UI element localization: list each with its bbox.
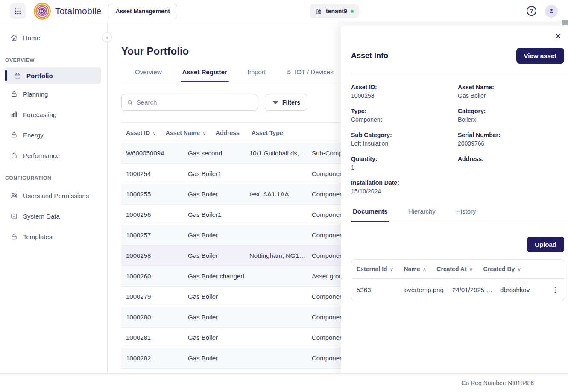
cell-asset-type: Component (307, 170, 341, 177)
vertical-scrollbar-thumb[interactable] (562, 20, 568, 25)
sidebar-item-label: Home (23, 34, 40, 41)
asset-field: Serial Number: 20009766 (458, 131, 564, 148)
Gas Boiler[interactable]: 1000255 Gas Boiler test, AA1 1AA Compone… (121, 184, 341, 205)
sort-chevron-icon: ∨ (202, 130, 206, 136)
tab-label: Asset Register (182, 68, 227, 76)
cell-asset-type: Component (307, 354, 341, 362)
asset-field: Sub Category: Loft Insulation (351, 131, 458, 148)
panel-tab-history[interactable]: History (454, 208, 478, 222)
Gas Boiler[interactable]: 1000258 Gas Boiler Nottingham, NG1… Comp… (121, 246, 341, 266)
cell-asset-name: Gas Boiler (183, 313, 245, 321)
sidebar-item-icon (10, 131, 18, 139)
filters-button[interactable]: Filters (265, 94, 307, 111)
cell-asset-id: 1000279 (121, 293, 183, 300)
table-header-row: Asset ID∨Asset Name∨AddressAsset Type (121, 123, 341, 143)
field-value: 20009766 (458, 139, 564, 148)
cell-created-at: 24/01/2025 … (447, 286, 495, 293)
close-icon[interactable]: ✕ (553, 32, 563, 41)
Gas Boiler[interactable]: 1000280 Gas Boiler Component (121, 307, 341, 328)
column-header[interactable]: Name∧ (398, 266, 431, 272)
tab-import[interactable]: Import (246, 68, 268, 82)
sidebar-item-icon (10, 192, 18, 199)
overtemp.png[interactable]: 5363 overtemp.png 24/01/2025 … dbroshkov… (351, 279, 564, 301)
tenant-selector[interactable]: tenant9 (310, 4, 359, 18)
sidebar-item-icon (14, 72, 21, 79)
Gas Boiler[interactable]: 1000281 Gas Boiler Component (121, 328, 341, 348)
asset-field: Asset ID: 1000258 (351, 83, 458, 100)
Gas Boiler[interactable]: 1000257 Gas Boiler Component (121, 225, 341, 246)
search-input[interactable] (137, 99, 252, 106)
sidebar-item-label: Users and Permissions (23, 192, 89, 199)
column-header[interactable]: Asset Type (247, 129, 290, 136)
cell-asset-id: 1000280 (121, 313, 183, 321)
tab-label: Documents (353, 208, 388, 215)
sidebar-item-energy[interactable]: Energy (0, 125, 104, 145)
cell-name: overtemp.png (399, 286, 447, 293)
cell-asset-id: 1000256 (121, 211, 183, 218)
sidebar-item-forecasting[interactable]: Forecasting (0, 104, 104, 125)
view-asset-button[interactable]: View asset (516, 48, 564, 64)
field-label: Serial Number: (458, 131, 564, 139)
cell-asset-id: 1000257 (121, 231, 183, 239)
Gas Boiler1[interactable]: 1000256 Gas Boiler1 Component (121, 205, 341, 225)
portfolio-tabs: Overview Asset Register Import IOT / D (121, 68, 341, 82)
tenant-name: tenant9 (326, 8, 347, 15)
sidebar-item-home[interactable]: Home (0, 27, 104, 48)
cell-asset-name: Gas Boiler (183, 293, 245, 300)
user-avatar[interactable] (545, 5, 558, 18)
sidebar-item-icon (10, 212, 18, 220)
Gas Boiler1[interactable]: 1000254 Gas Boiler1 Component (121, 164, 341, 184)
cell-asset-id: 1000255 (121, 190, 183, 198)
tenant-online-status-dot (351, 10, 354, 13)
cell-asset-name: Gas Boiler changed (183, 272, 245, 280)
field-value: 1000258 (351, 91, 458, 100)
column-header[interactable]: Created By∨ (478, 266, 526, 272)
cell-asset-name: Gas second (183, 149, 245, 157)
main-content: Your Portfolio Overview Asset Register (108, 22, 341, 373)
cell-asset-type: Sub-Component (307, 149, 341, 157)
tab-overview[interactable]: Overview (133, 68, 164, 82)
field-value: 15/10/2024 (351, 187, 458, 196)
sidebar-item-performance[interactable]: Performance (0, 145, 104, 166)
filters-label: Filters (282, 99, 300, 106)
asset-field: Address: (458, 155, 564, 172)
sidebar-item-portfolio[interactable]: Portfolio (5, 67, 101, 84)
app-launcher-icon[interactable] (10, 3, 26, 19)
Gas Boiler changed[interactable]: 1000260 Gas Boiler changed Asset group (121, 266, 341, 287)
column-header[interactable]: Address (211, 129, 247, 136)
help-icon[interactable]: ? (527, 6, 536, 16)
Gas Boiler[interactable]: 1000279 Gas Boiler Component (121, 287, 341, 307)
tab-iot-devices[interactable]: IOT / Devices (284, 68, 335, 82)
panel-tab-hierarchy[interactable]: Hierarchy (407, 208, 437, 222)
panel-tab-documents[interactable]: Documents (351, 208, 389, 222)
sidebar-item-icon (10, 152, 18, 159)
sidebar-item-planning[interactable]: Planning (0, 84, 104, 104)
cell-asset-name: Gas Boiler (183, 334, 245, 341)
sidebar-collapse-button[interactable]: ‹ (102, 32, 112, 42)
cell-asset-type: Component (307, 190, 341, 198)
cell-address: Nottingham, NG1… (245, 252, 307, 259)
asset-info-panel: ✕ Asset Info View asset Asset ID: 100025… (341, 26, 568, 373)
app-header: Totalmobile Asset Management tenant9 ? (0, 0, 568, 22)
field-label: Address: (458, 155, 564, 163)
Gas second[interactable]: W600050094 Gas second 10/1 Guildhall ds,… (121, 143, 341, 164)
column-header[interactable]: External Id∨ (351, 266, 398, 272)
sidebar-item-templates[interactable]: Templates (0, 226, 104, 247)
column-header[interactable]: Asset ID∨ (121, 129, 161, 136)
cell-address: test, AA1 1AA (245, 190, 307, 198)
sidebar-item-label: Forecasting (23, 111, 56, 118)
column-header[interactable]: Asset Name∨ (161, 129, 211, 136)
upload-button[interactable]: Upload (527, 237, 564, 252)
sidebar-item-label: Portfolio (26, 72, 53, 79)
sidebar-item-users-and-permissions[interactable]: Users and Permissions (0, 185, 104, 206)
cell-created-by: dbroshkov (495, 286, 545, 293)
product-switcher-button[interactable]: Asset Management (108, 4, 177, 18)
Gas Boiler[interactable]: 1000282 Gas Boiler Component (121, 348, 341, 369)
column-header[interactable]: Created At∨ (431, 266, 478, 272)
sidebar-item-system-data[interactable]: System Data (0, 206, 104, 226)
cell-asset-id: 1000281 (121, 334, 183, 341)
sidebar-item-label: System Data (23, 213, 60, 220)
row-menu-icon[interactable]: ⋮ (547, 286, 564, 294)
tab-asset-register[interactable]: Asset Register (181, 68, 229, 82)
asset-field: Type: Component (351, 107, 458, 124)
